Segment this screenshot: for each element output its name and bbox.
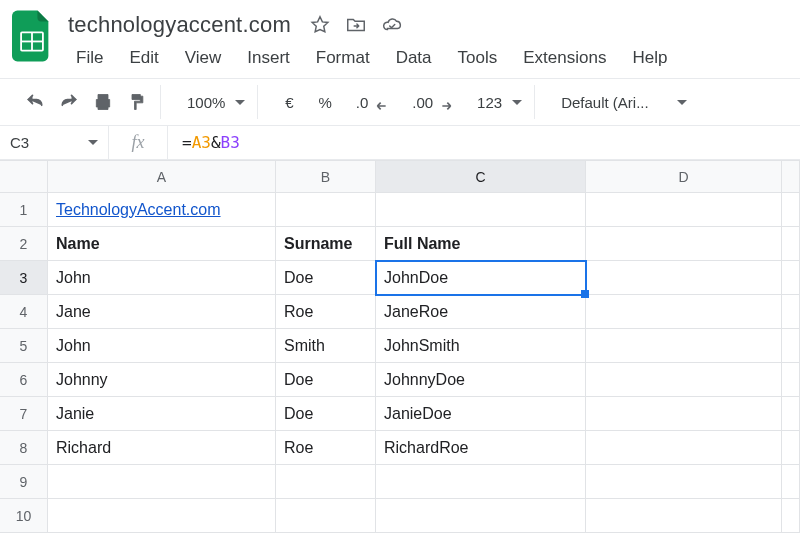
font-dropdown[interactable]: Default (Ari... [551,87,691,117]
row-header-9[interactable]: 9 [0,465,48,499]
row-header-1[interactable]: 1 [0,193,48,227]
cell-d4[interactable] [586,295,782,329]
cell-c6[interactable]: JohnnyDoe [376,363,586,397]
cell-e9[interactable] [782,465,800,499]
document-title[interactable]: technologyaccent.com [64,10,295,40]
cell-b6[interactable]: Doe [276,363,376,397]
move-to-folder-icon[interactable] [345,14,367,36]
cell-e6[interactable] [782,363,800,397]
row-header-5[interactable]: 5 [0,329,48,363]
row-header-4[interactable]: 4 [0,295,48,329]
cell-b2[interactable]: Surname [276,227,376,261]
menu-edit[interactable]: Edit [119,44,168,72]
cell-e5[interactable] [782,329,800,363]
cell-c5[interactable]: JohnSmith [376,329,586,363]
cell-d8[interactable] [586,431,782,465]
cell-a2[interactable]: Name [48,227,276,261]
menubar: File Edit View Insert Format Data Tools … [64,40,790,78]
cell-a10[interactable] [48,499,276,533]
menu-format[interactable]: Format [306,44,380,72]
zoom-dropdown[interactable]: 100% [177,87,249,117]
cell-e3[interactable] [782,261,800,295]
sheets-logo-icon[interactable] [10,8,54,64]
col-header-b[interactable]: B [276,161,376,193]
col-header-d[interactable]: D [586,161,782,193]
cell-a3[interactable]: John [48,261,276,295]
menu-view[interactable]: View [175,44,232,72]
cell-c4[interactable]: JaneRoe [376,295,586,329]
cell-b5[interactable]: Smith [276,329,376,363]
print-icon[interactable] [88,87,118,117]
cell-c7[interactable]: JanieDoe [376,397,586,431]
redo-icon[interactable] [54,87,84,117]
cell-d10[interactable] [586,499,782,533]
format-currency-button[interactable]: € [274,87,304,117]
chevron-down-icon [235,100,245,105]
cell-a5[interactable]: John [48,329,276,363]
row-header-7[interactable]: 7 [0,397,48,431]
cell-a4[interactable]: Jane [48,295,276,329]
format-percent-button[interactable]: % [308,87,341,117]
cell-a1[interactable]: TechnologyAccent.com [48,193,276,227]
decrease-decimal-button[interactable]: .0 [346,87,399,117]
col-header-a[interactable]: A [48,161,276,193]
cell-c8[interactable]: RichardRoe [376,431,586,465]
cell-e4[interactable] [782,295,800,329]
number-format-dropdown[interactable]: 123 [467,87,526,117]
cell-b4[interactable]: Roe [276,295,376,329]
chevron-down-icon [88,140,98,145]
row-header-3[interactable]: 3 [0,261,48,295]
cell-a6[interactable]: Johnny [48,363,276,397]
menu-help[interactable]: Help [622,44,677,72]
star-icon[interactable] [309,14,331,36]
cell-e10[interactable] [782,499,800,533]
cell-c3[interactable]: JohnDoe [376,261,586,295]
col-header-e[interactable] [782,161,800,193]
cell-e2[interactable] [782,227,800,261]
formula-input[interactable]: =A3&B3 [168,133,254,152]
cell-d2[interactable] [586,227,782,261]
undo-icon[interactable] [20,87,50,117]
cell-a7[interactable]: Janie [48,397,276,431]
col-header-c[interactable]: C [376,161,586,193]
cell-e7[interactable] [782,397,800,431]
name-box[interactable]: C3 [0,126,108,159]
cell-c9[interactable] [376,465,586,499]
cell-e8[interactable] [782,431,800,465]
header: technologyaccent.com File Edit View Inse… [0,0,800,78]
row-header-2[interactable]: 2 [0,227,48,261]
row-header-6[interactable]: 6 [0,363,48,397]
menu-extensions[interactable]: Extensions [513,44,616,72]
cell-e1[interactable] [782,193,800,227]
select-all-corner[interactable] [0,161,48,193]
spreadsheet-grid[interactable]: A B C D 1 TechnologyAccent.com 2 Name Su… [0,160,800,533]
row-header-10[interactable]: 10 [0,499,48,533]
paint-format-icon[interactable] [122,87,152,117]
cell-c1[interactable] [376,193,586,227]
cell-d1[interactable] [586,193,782,227]
cell-d6[interactable] [586,363,782,397]
cell-c2[interactable]: Full Name [376,227,586,261]
cell-b10[interactable] [276,499,376,533]
cell-reference: C3 [10,134,29,151]
cell-b1[interactable] [276,193,376,227]
cell-a8[interactable]: Richard [48,431,276,465]
menu-file[interactable]: File [66,44,113,72]
cell-c10[interactable] [376,499,586,533]
cell-a9[interactable] [48,465,276,499]
cell-d3[interactable] [586,261,782,295]
fx-icon: fx [108,126,168,159]
cell-d5[interactable] [586,329,782,363]
menu-insert[interactable]: Insert [237,44,300,72]
cell-d7[interactable] [586,397,782,431]
menu-data[interactable]: Data [386,44,442,72]
cell-d9[interactable] [586,465,782,499]
row-header-8[interactable]: 8 [0,431,48,465]
cell-b3[interactable]: Doe [276,261,376,295]
cell-b8[interactable]: Roe [276,431,376,465]
menu-tools[interactable]: Tools [448,44,508,72]
increase-decimal-button[interactable]: .00 [402,87,463,117]
cell-b9[interactable] [276,465,376,499]
cell-b7[interactable]: Doe [276,397,376,431]
cloud-status-icon[interactable] [381,14,403,36]
